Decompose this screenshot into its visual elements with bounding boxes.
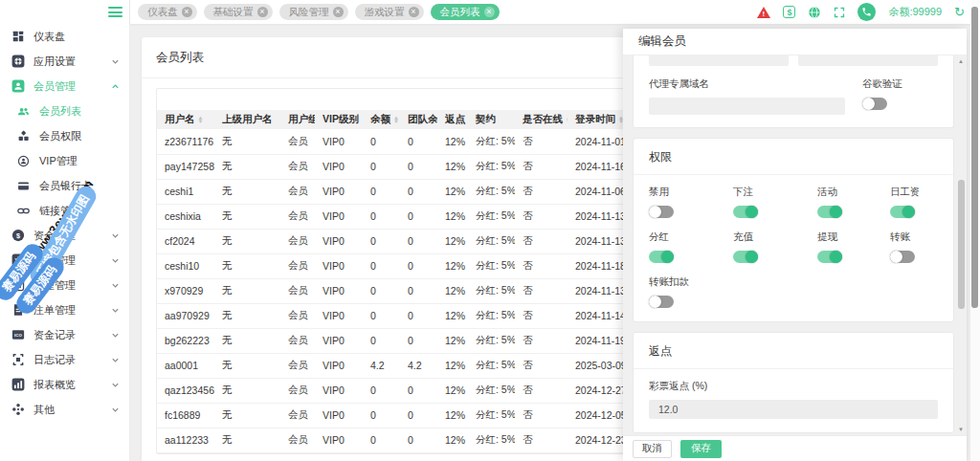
table-cell: 0 bbox=[400, 278, 437, 303]
permission-toggle-0[interactable] bbox=[649, 206, 674, 218]
sidebar-item-3[interactable]: 会员列表 bbox=[0, 99, 129, 123]
table-cell: x970929 bbox=[157, 278, 214, 303]
balance-text: 余额:99999 bbox=[888, 5, 942, 19]
sidebar-item-9[interactable]: 彩票管理 bbox=[0, 248, 129, 273]
table-cell: 0 bbox=[363, 179, 400, 204]
sidebar-item-12[interactable]: ICO 资金记录 bbox=[0, 322, 129, 347]
sidebar-item-2[interactable]: 会员管理 bbox=[0, 74, 129, 99]
google-verify-label: 谷歌验证 bbox=[862, 77, 938, 91]
currency-icon[interactable] bbox=[783, 6, 795, 18]
google-verify-toggle[interactable] bbox=[862, 98, 887, 110]
column-header[interactable]: 是否在线▲▼ bbox=[515, 110, 568, 129]
table-cell: 12% bbox=[437, 328, 468, 353]
permission-toggle-3[interactable] bbox=[890, 206, 915, 218]
scrollbar-thumb[interactable] bbox=[958, 180, 965, 309]
table-cell: 0 bbox=[363, 253, 400, 278]
language-globe-icon[interactable] bbox=[808, 6, 821, 19]
table-cell: 无 bbox=[214, 129, 280, 154]
column-header: 团队余额 bbox=[400, 110, 437, 129]
sidebar-item-11[interactable]: 注单管理 bbox=[0, 297, 129, 322]
sidebar-item-13[interactable]: 日志记录 bbox=[0, 347, 129, 372]
sidebar-item-6[interactable]: 会员银行卡 bbox=[0, 173, 129, 198]
panel-scrollbar[interactable]: ▲ ▼ bbox=[956, 57, 966, 433]
lottery-rebate-input[interactable]: 12.0 bbox=[649, 400, 938, 419]
sort-icon[interactable]: ▲▼ bbox=[362, 116, 363, 124]
scroll-down-icon[interactable]: ▼ bbox=[958, 426, 964, 433]
table-cell: VIP0 bbox=[315, 179, 363, 204]
tab-0[interactable]: 仪表盘 × bbox=[138, 4, 197, 20]
agent-domain-input[interactable] bbox=[649, 98, 845, 115]
permission-toggle-8[interactable] bbox=[649, 296, 674, 308]
toggle-label: 转账扣款 bbox=[649, 275, 733, 289]
permission-toggle-7[interactable] bbox=[890, 251, 915, 263]
table-cell: 0 bbox=[400, 229, 437, 253]
table-cell: 分红: 5% bbox=[468, 403, 515, 428]
permission-toggle-2[interactable] bbox=[817, 206, 842, 218]
tab-1[interactable]: 基础设置 × bbox=[204, 4, 273, 20]
tab-2[interactable]: 风险管理 × bbox=[279, 4, 348, 20]
table-cell: ceshixia bbox=[157, 204, 214, 229]
tab-close-icon[interactable]: × bbox=[182, 7, 192, 17]
table-cell: 会员 bbox=[280, 154, 315, 179]
sidebar-item-14[interactable]: 报表概览 bbox=[0, 372, 129, 397]
tab-4[interactable]: 会员列表 × bbox=[431, 4, 500, 20]
sort-icon[interactable]: ▲▼ bbox=[393, 116, 399, 124]
sidebar-item-5[interactable]: VIP管理 bbox=[0, 148, 129, 173]
sidebar-item-7[interactable]: 链接管理 bbox=[0, 198, 129, 223]
table-cell: 无 bbox=[214, 229, 280, 253]
text-field[interactable] bbox=[798, 55, 938, 66]
vip-icon bbox=[16, 154, 31, 168]
sidebar-item-8[interactable]: $ 资金管理 bbox=[0, 223, 129, 248]
table-cell: 12% bbox=[437, 278, 468, 303]
permission-toggle-4[interactable] bbox=[649, 251, 674, 263]
column-header[interactable]: VIP级别▲▼ bbox=[315, 110, 363, 129]
column-header[interactable]: 用户名▲▼ bbox=[157, 110, 214, 129]
permission-toggle-1[interactable] bbox=[733, 206, 758, 218]
save-button[interactable]: 保存 bbox=[680, 440, 722, 458]
tab-3[interactable]: 游戏设置 × bbox=[355, 4, 424, 20]
sidebar-item-15[interactable]: 其他 bbox=[0, 397, 129, 422]
table-cell: 会员 bbox=[280, 428, 315, 452]
table-cell: ceshi10 bbox=[157, 253, 214, 278]
window-scrollbar[interactable] bbox=[970, 0, 980, 461]
table-cell: 无 bbox=[214, 328, 280, 353]
toggle-label: 转账 bbox=[890, 230, 938, 244]
tab-close-icon[interactable]: × bbox=[484, 7, 495, 17]
chevron-down-icon bbox=[111, 381, 120, 389]
sidebar-item-label: 会员管理 bbox=[33, 79, 111, 94]
table-cell: 0 bbox=[363, 278, 400, 303]
sidebar-item-label: 仪表盘 bbox=[33, 30, 120, 44]
permission-toggle-6[interactable] bbox=[817, 251, 842, 263]
sort-icon[interactable]: ▲▼ bbox=[198, 116, 204, 124]
sort-icon[interactable]: ▲▼ bbox=[566, 116, 568, 124]
scrollbar-thumb[interactable] bbox=[971, 7, 978, 308]
cancel-button[interactable]: 取消 bbox=[633, 440, 672, 458]
tab-close-icon[interactable]: × bbox=[333, 7, 344, 17]
text-field[interactable] bbox=[649, 55, 789, 66]
star-icon bbox=[11, 253, 25, 268]
refresh-icon[interactable]: ↻ bbox=[954, 6, 965, 18]
table-cell: 12% bbox=[437, 154, 468, 179]
topbar-actions: 余额:99999 ↻ bbox=[757, 3, 980, 21]
table-cell: 无 bbox=[214, 303, 280, 328]
column-header[interactable]: 余额▲▼ bbox=[363, 110, 400, 129]
table-cell: 会员 bbox=[280, 278, 315, 303]
table-cell: 分红: 5% bbox=[468, 179, 515, 204]
sidebar-item-4[interactable]: 会员权限 bbox=[0, 123, 129, 148]
table-cell: 0 bbox=[363, 204, 400, 229]
sidebar-item-1[interactable]: 应用设置 bbox=[0, 49, 129, 74]
menu-toggle-icon[interactable] bbox=[108, 7, 122, 20]
scroll-up-icon[interactable]: ▲ bbox=[958, 57, 964, 65]
tab-close-icon[interactable]: × bbox=[409, 7, 419, 17]
sidebar-item-10[interactable]: 代理管理 bbox=[0, 273, 129, 297]
table-cell: 12% bbox=[437, 428, 468, 452]
sidebar-item-0[interactable]: 仪表盘 bbox=[0, 24, 129, 49]
tab-label: 仪表盘 bbox=[147, 6, 178, 19]
avatar[interactable] bbox=[858, 3, 876, 21]
section-title: 返点 bbox=[649, 343, 938, 360]
tab-close-icon[interactable]: × bbox=[257, 7, 268, 17]
permission-toggle-5[interactable] bbox=[733, 251, 758, 263]
ledger-icon: ICO bbox=[11, 328, 25, 342]
fullscreen-icon[interactable] bbox=[834, 7, 845, 18]
warning-icon[interactable] bbox=[757, 7, 770, 18]
